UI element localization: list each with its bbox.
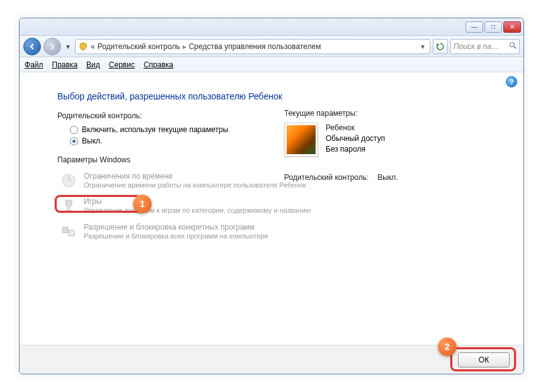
pc-status-value: Выкл.	[377, 173, 397, 182]
menu-service[interactable]: Сервис	[109, 60, 135, 69]
search-placeholder: Поиск в па…	[454, 42, 499, 51]
trophy-icon	[60, 197, 77, 215]
menu-edit[interactable]: Правка	[52, 60, 78, 69]
item-games: Игры Управление доступом к играм по кате…	[57, 193, 498, 218]
nav-toolbar: ▾ « Родительский контроль ▸ Средства упр…	[20, 36, 523, 57]
svg-rect-8	[69, 230, 74, 236]
item-programs: Разрешение и блокировка конкретных прогр…	[57, 219, 498, 244]
maximize-button[interactable]: □	[484, 21, 502, 33]
search-icon	[509, 42, 517, 51]
ok-button[interactable]: ОК	[458, 352, 510, 367]
page-title: Выбор действий, разрешенных пользователю…	[57, 91, 498, 101]
titlebar: — □ ✕	[20, 18, 523, 36]
back-button[interactable]	[23, 38, 41, 55]
svg-rect-5	[67, 207, 70, 210]
user-name: Ребенок	[326, 123, 385, 133]
address-dropdown[interactable]: ▾	[418, 42, 427, 51]
svg-rect-7	[62, 227, 68, 233]
time-limits-title: Ограничения по времени	[84, 172, 306, 181]
radio-off-label: Выкл.	[82, 137, 102, 145]
breadcrumb-level1[interactable]: Родительский контроль	[98, 42, 180, 51]
time-limits-desc: Ограничение времени работы на компьютере…	[84, 181, 306, 189]
breadcrumb-prefix: «	[91, 42, 95, 51]
annotation-callout-1: 1	[133, 194, 152, 213]
games-desc: Управление доступом к играм по категории…	[84, 206, 311, 215]
programs-icon	[60, 223, 77, 240]
refresh-button[interactable]	[433, 39, 448, 54]
svg-line-1	[514, 47, 516, 48]
shield-icon	[78, 42, 88, 52]
radio-off[interactable]	[70, 137, 78, 145]
pc-status-label: Родительский контроль:	[284, 173, 369, 182]
user-password: Без пароля	[326, 144, 385, 155]
avatar	[284, 123, 318, 157]
menu-bar: Файл Правка Вид Сервис Справка	[20, 57, 523, 72]
programs-desc: Разрешение и блокировка всех программ на…	[84, 232, 268, 240]
svg-point-0	[510, 43, 515, 47]
annotation-callout-2: 2	[438, 337, 457, 356]
footer-bar: ОК 2	[20, 345, 523, 374]
breadcrumb-level2[interactable]: Средства управления пользователем	[189, 42, 321, 51]
menu-view[interactable]: Вид	[86, 60, 100, 69]
user-access: Обычный доступ	[326, 133, 385, 144]
radio-on-label: Включить, используя текущие параметры	[82, 125, 228, 134]
address-bar[interactable]: « Родительский контроль ▸ Средства управ…	[75, 39, 430, 54]
games-title: Игры	[84, 197, 311, 206]
clock-icon	[60, 172, 77, 189]
nav-history-dropdown[interactable]: ▾	[64, 40, 72, 53]
user-box: Ребенок Обычный доступ Без пароля	[284, 123, 473, 157]
search-input[interactable]: Поиск в па…	[450, 39, 520, 54]
chevron-right-icon: ▸	[183, 42, 186, 51]
forward-button[interactable]	[43, 38, 61, 55]
svg-rect-6	[66, 210, 72, 211]
menu-file[interactable]: Файл	[25, 60, 43, 69]
menu-help[interactable]: Справка	[144, 60, 173, 69]
content-pane: Выбор действий, разрешенных пользователю…	[20, 72, 523, 345]
minimize-button[interactable]: —	[466, 21, 483, 33]
close-button[interactable]: ✕	[503, 21, 521, 33]
pc-status-row: Родительский контроль: Выкл.	[284, 173, 473, 182]
radio-on[interactable]	[70, 126, 78, 134]
programs-title: Разрешение и блокировка конкретных прогр…	[84, 223, 268, 232]
window-frame: — □ ✕ ▾ « Родительский контроль ▸ Средст…	[19, 18, 524, 374]
right-column: Текущие параметры: Ребенок Обычный досту…	[284, 109, 473, 182]
current-params-label: Текущие параметры:	[284, 109, 473, 118]
